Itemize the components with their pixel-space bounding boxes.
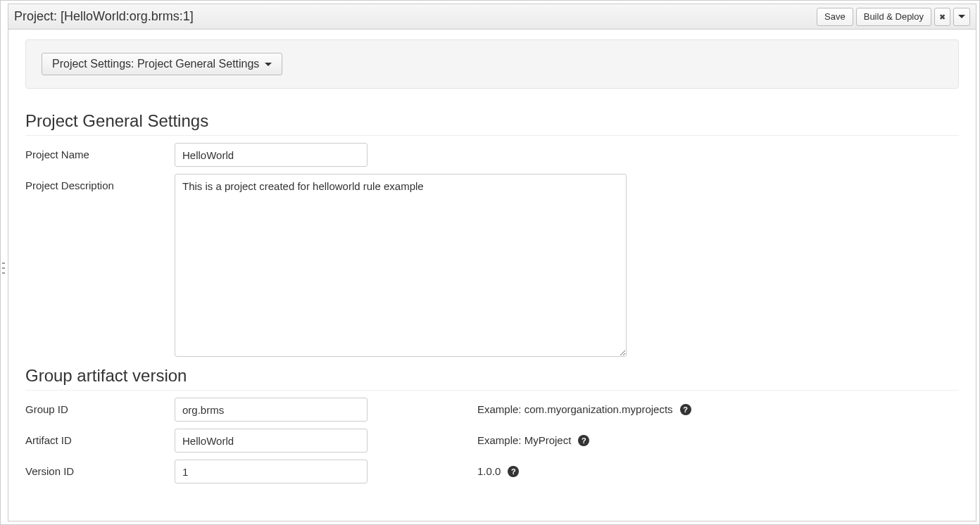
project-settings-dropdown-label: Project Settings: Project General Settin… <box>52 58 259 70</box>
group-id-label: Group ID <box>25 398 175 415</box>
project-settings-bar: Project Settings: Project General Settin… <box>25 39 959 89</box>
project-name-row: Project Name <box>25 143 959 167</box>
close-icon <box>939 11 946 22</box>
version-id-input[interactable] <box>175 460 367 483</box>
group-id-hint: Example: com.myorganization.myprojects ? <box>477 398 691 415</box>
caret-down-icon <box>958 15 965 18</box>
version-id-label: Version ID <box>25 460 175 477</box>
titlebar: Project: [HelloWorld:org.brms:1] Save Bu… <box>8 4 976 30</box>
project-settings-dropdown[interactable]: Project Settings: Project General Settin… <box>42 53 282 75</box>
group-id-input[interactable] <box>175 398 367 422</box>
gav-heading: Group artifact version <box>25 366 959 391</box>
artifact-id-label: Artifact ID <box>25 429 175 446</box>
project-description-label: Project Description <box>25 174 175 191</box>
artifact-id-input[interactable] <box>175 429 367 453</box>
project-description-row: Project Description <box>25 174 959 359</box>
build-deploy-button[interactable]: Build & Deploy <box>856 8 931 26</box>
project-description-textarea[interactable] <box>175 174 627 357</box>
editor-panel: Project: [HelloWorld:org.brms:1] Save Bu… <box>8 4 976 521</box>
editor-body: Project Settings: Project General Settin… <box>8 30 976 521</box>
app-frame: Project: [HelloWorld:org.brms:1] Save Bu… <box>0 0 980 525</box>
more-menu-button[interactable] <box>953 8 970 26</box>
version-id-hint-text: 1.0.0 <box>477 465 501 477</box>
project-name-input[interactable] <box>175 143 367 167</box>
caret-down-icon <box>265 63 272 66</box>
help-icon[interactable]: ? <box>508 466 519 477</box>
project-title: Project: [HelloWorld:org.brms:1] <box>14 9 814 24</box>
help-icon[interactable]: ? <box>680 404 691 415</box>
version-id-hint: 1.0.0 ? <box>477 460 519 477</box>
artifact-id-hint-text: Example: MyProject <box>477 434 571 446</box>
close-button[interactable] <box>934 8 950 26</box>
save-button[interactable]: Save <box>817 8 853 26</box>
general-settings-heading: Project General Settings <box>25 111 959 136</box>
artifact-id-row: Artifact ID Example: MyProject ? <box>25 429 959 453</box>
group-id-hint-text: Example: com.myorganization.myprojects <box>477 403 673 415</box>
group-id-row: Group ID Example: com.myorganization.myp… <box>25 398 959 422</box>
panel-drag-handle[interactable] <box>2 262 5 274</box>
help-icon[interactable]: ? <box>578 435 589 446</box>
version-id-row: Version ID 1.0.0 ? <box>25 460 959 483</box>
project-name-label: Project Name <box>25 143 175 160</box>
artifact-id-hint: Example: MyProject ? <box>477 429 589 446</box>
